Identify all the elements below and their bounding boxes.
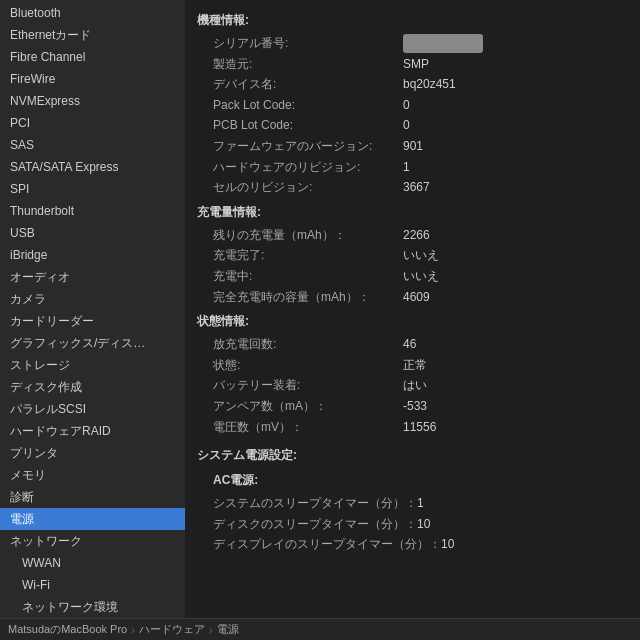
breadcrumb-part-1: MatsudaのMacBook Pro	[8, 622, 127, 637]
disk-sleep-value: 10	[417, 515, 430, 534]
ampere-row: アンペア数（mA）： -533	[197, 396, 628, 417]
main-container: BluetoothEthernetカードFibre ChannelFireWir…	[0, 0, 640, 618]
sidebar-item-printer[interactable]: プリンタ	[0, 442, 185, 464]
manufacturer-value: SMP	[403, 55, 429, 74]
sidebar-item-scsi[interactable]: パラレルSCSI	[0, 398, 185, 420]
serial-value: ████████	[403, 34, 483, 53]
sidebar-item-fibre[interactable]: Fibre Channel	[0, 46, 185, 68]
sidebar-item-sata[interactable]: SATA/SATA Express	[0, 156, 185, 178]
cell-rev-value: 3667	[403, 178, 430, 197]
ampere-label: アンペア数（mA）：	[213, 397, 403, 416]
sidebar-item-ibridge[interactable]: iBridge	[0, 244, 185, 266]
sidebar-item-pci[interactable]: PCI	[0, 112, 185, 134]
cycle-count-label: 放充電回数:	[213, 335, 403, 354]
sidebar-item-graphics[interactable]: グラフィックス/ディス…	[0, 332, 185, 354]
sidebar-item-network[interactable]: ネットワーク	[0, 530, 185, 552]
sidebar-item-ethernet[interactable]: Ethernetカード	[0, 24, 185, 46]
hardware-rev-row: ハードウェアのリビジョン: 1	[197, 157, 628, 178]
ampere-value: -533	[403, 397, 427, 416]
breadcrumb: MatsudaのMacBook Pro › ハードウェア › 電源	[0, 618, 640, 640]
cell-rev-label: セルのリビジョン:	[213, 178, 403, 197]
battery-installed-label: バッテリー装着:	[213, 376, 403, 395]
condition-row: 状態: 正常	[197, 355, 628, 376]
charge-complete-value: いいえ	[403, 246, 439, 265]
pcb-lot-label: PCB Lot Code:	[213, 116, 403, 135]
device-label: デバイス名:	[213, 75, 403, 94]
sidebar-item-bluetooth[interactable]: Bluetooth	[0, 2, 185, 24]
pack-lot-value: 0	[403, 96, 410, 115]
full-capacity-label: 完全充電時の容量（mAh）：	[213, 288, 403, 307]
sidebar-item-usb[interactable]: USB	[0, 222, 185, 244]
sleep-timer-row: システムのスリープタイマー（分）： 1	[197, 493, 628, 514]
breadcrumb-sep-2: ›	[209, 624, 213, 636]
firmware-row: ファームウェアのバージョン: 901	[197, 136, 628, 157]
pcb-lot-value: 0	[403, 116, 410, 135]
device-value: bq20z451	[403, 75, 456, 94]
charge-info-title: 充電量情報:	[197, 204, 628, 221]
display-sleep-value: 10	[441, 535, 454, 554]
serial-row: シリアル番号: ████████	[197, 33, 628, 54]
ac-power-title: AC電源:	[197, 472, 628, 489]
hardware-rev-label: ハードウェアのリビジョン:	[213, 158, 403, 177]
sidebar-item-netenv[interactable]: ネットワーク環境	[0, 596, 185, 618]
sidebar-item-sas[interactable]: SAS	[0, 134, 185, 156]
content-area: 機種情報: シリアル番号: ████████ 製造元: SMP デバイス名: b…	[185, 0, 640, 618]
sidebar-item-memory[interactable]: メモリ	[0, 464, 185, 486]
serial-label: シリアル番号:	[213, 34, 403, 53]
machine-info-title: 機種情報:	[197, 12, 628, 29]
firmware-label: ファームウェアのバージョン:	[213, 137, 403, 156]
power-settings-title: システム電源設定:	[197, 447, 628, 464]
pack-lot-row: Pack Lot Code: 0	[197, 95, 628, 116]
voltage-label: 電圧数（mV）：	[213, 418, 403, 437]
status-info-title: 状態情報:	[197, 313, 628, 330]
hardware-rev-value: 1	[403, 158, 410, 177]
sidebar-item-diagnostics[interactable]: 診断	[0, 486, 185, 508]
voltage-row: 電圧数（mV）： 11556	[197, 417, 628, 438]
manufacturer-label: 製造元:	[213, 55, 403, 74]
sidebar-item-wifi[interactable]: Wi-Fi	[0, 574, 185, 596]
breadcrumb-sep-1: ›	[131, 624, 135, 636]
sidebar-item-audio[interactable]: オーディオ	[0, 266, 185, 288]
charging-value: いいえ	[403, 267, 439, 286]
sidebar-item-nvme[interactable]: NVMExpress	[0, 90, 185, 112]
cycle-count-value: 46	[403, 335, 416, 354]
sidebar-item-spi[interactable]: SPI	[0, 178, 185, 200]
condition-label: 状態:	[213, 356, 403, 375]
remaining-label: 残りの充電量（mAh）：	[213, 226, 403, 245]
sleep-timer-label: システムのスリープタイマー（分）：	[213, 494, 417, 513]
sidebar-item-cardreader[interactable]: カードリーダー	[0, 310, 185, 332]
firmware-value: 901	[403, 137, 423, 156]
sidebar-item-storage[interactable]: ストレージ	[0, 354, 185, 376]
charging-row: 充電中: いいえ	[197, 266, 628, 287]
voltage-value: 11556	[403, 418, 436, 437]
sidebar-item-firewire[interactable]: FireWire	[0, 68, 185, 90]
sidebar-item-power[interactable]: 電源	[0, 508, 185, 530]
charging-label: 充電中:	[213, 267, 403, 286]
sidebar-item-thunderbolt[interactable]: Thunderbolt	[0, 200, 185, 222]
sidebar-item-wwan[interactable]: WWAN	[0, 552, 185, 574]
charge-complete-label: 充電完了:	[213, 246, 403, 265]
sleep-timer-value: 1	[417, 494, 424, 513]
sidebar: BluetoothEthernetカードFibre ChannelFireWir…	[0, 0, 185, 618]
remaining-value: 2266	[403, 226, 430, 245]
condition-value: 正常	[403, 356, 427, 375]
battery-installed-value: はい	[403, 376, 427, 395]
full-capacity-row: 完全充電時の容量（mAh）： 4609	[197, 287, 628, 308]
display-sleep-label: ディスプレイのスリープタイマー（分）：	[213, 535, 441, 554]
full-capacity-value: 4609	[403, 288, 430, 307]
sidebar-item-disk[interactable]: ディスク作成	[0, 376, 185, 398]
battery-installed-row: バッテリー装着: はい	[197, 375, 628, 396]
charge-complete-row: 充電完了: いいえ	[197, 245, 628, 266]
cycle-count-row: 放充電回数: 46	[197, 334, 628, 355]
sidebar-item-camera[interactable]: カメラ	[0, 288, 185, 310]
manufacturer-row: 製造元: SMP	[197, 54, 628, 75]
disk-sleep-row: ディスクのスリープタイマー（分）： 10	[197, 514, 628, 535]
remaining-row: 残りの充電量（mAh）： 2266	[197, 225, 628, 246]
breadcrumb-part-2: ハードウェア	[139, 622, 205, 637]
sidebar-item-raid[interactable]: ハードウェアRAID	[0, 420, 185, 442]
device-row: デバイス名: bq20z451	[197, 74, 628, 95]
breadcrumb-part-3: 電源	[217, 622, 239, 637]
pack-lot-label: Pack Lot Code:	[213, 96, 403, 115]
display-sleep-row: ディスプレイのスリープタイマー（分）： 10	[197, 534, 628, 555]
disk-sleep-label: ディスクのスリープタイマー（分）：	[213, 515, 417, 534]
